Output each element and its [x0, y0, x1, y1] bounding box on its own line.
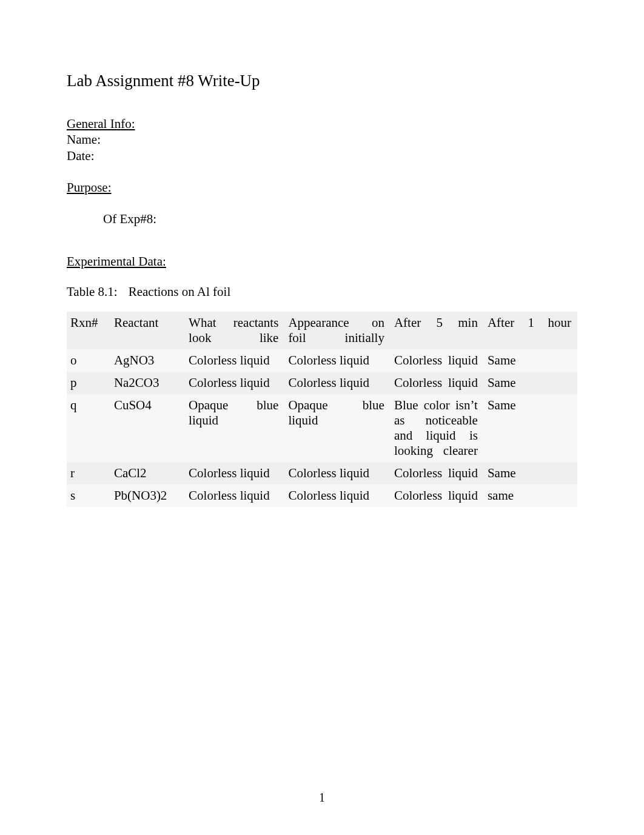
col-initial: Appearance on foil initially — [284, 312, 391, 349]
col-looks: What reactants look like — [185, 312, 284, 349]
cell-after1h: Same — [484, 462, 577, 485]
cell-initial: Opaque blue liquid — [284, 394, 391, 462]
table-row: q CuSO4 Opaque blue liquid Opaque blue l… — [67, 394, 577, 462]
cell-after5: Colorless liquid — [391, 462, 484, 485]
cell-after1h: Same — [484, 349, 577, 372]
cell-after5: Colorless liquid — [391, 485, 484, 507]
table-header-row: Rxn# Reactant What reactants look like A… — [67, 312, 577, 349]
cell-reactant: CaCl2 — [110, 462, 185, 485]
cell-initial: Colorless liquid — [284, 485, 391, 507]
table-row: o AgNO3 Colorless liquid Colorless liqui… — [67, 349, 577, 372]
general-info-heading: General Info: — [67, 116, 577, 132]
experimental-data-heading: Experimental Data: — [67, 253, 577, 269]
purpose-heading: Purpose: — [67, 179, 577, 195]
cell-after5: Colorless liquid — [391, 372, 484, 394]
table-row: r CaCl2 Colorless liquid Colorless liqui… — [67, 462, 577, 485]
page-number: 1 — [0, 791, 644, 805]
cell-after1h: Same — [484, 394, 577, 462]
cell-after1h: Same — [484, 372, 577, 394]
page-title: Lab Assignment #8 Write-Up — [67, 72, 577, 90]
cell-looks: Colorless liquid — [185, 485, 284, 507]
cell-rxn: o — [67, 349, 110, 372]
table-caption: Reactions on Al foil — [129, 284, 231, 300]
cell-after5: Blue color isn’t as noticeable and liqui… — [391, 394, 484, 462]
name-label: Name: — [67, 132, 577, 147]
cell-rxn: r — [67, 462, 110, 485]
cell-looks: Colorless liquid — [185, 372, 284, 394]
cell-after1h: same — [484, 485, 577, 507]
date-label: Date: — [67, 148, 577, 164]
cell-reactant: CuSO4 — [110, 394, 185, 462]
reactions-table: Rxn# Reactant What reactants look like A… — [67, 312, 577, 507]
col-after1h: After 1 hour — [484, 312, 577, 349]
cell-reactant: Pb(NO3)2 — [110, 485, 185, 507]
cell-initial: Colorless liquid — [284, 462, 391, 485]
cell-rxn: s — [67, 485, 110, 507]
cell-initial: Colorless liquid — [284, 349, 391, 372]
cell-initial: Colorless liquid — [284, 372, 391, 394]
purpose-subheading: Of Exp#8: — [67, 211, 577, 227]
cell-looks: Colorless liquid — [185, 462, 284, 485]
cell-reactant: AgNO3 — [110, 349, 185, 372]
cell-looks: Opaque blue liquid — [185, 394, 284, 462]
cell-rxn: p — [67, 372, 110, 394]
table-row: s Pb(NO3)2 Colorless liquid Colorless li… — [67, 485, 577, 507]
col-after5: After 5 min — [391, 312, 484, 349]
table-number: Table 8.1: — [67, 284, 118, 300]
col-reactant: Reactant — [110, 312, 185, 349]
table-row: p Na2CO3 Colorless liquid Colorless liqu… — [67, 372, 577, 394]
cell-reactant: Na2CO3 — [110, 372, 185, 394]
cell-rxn: q — [67, 394, 110, 462]
cell-after5: Colorless liquid — [391, 349, 484, 372]
cell-looks: Colorless liquid — [185, 349, 284, 372]
col-rxn: Rxn# — [67, 312, 110, 349]
